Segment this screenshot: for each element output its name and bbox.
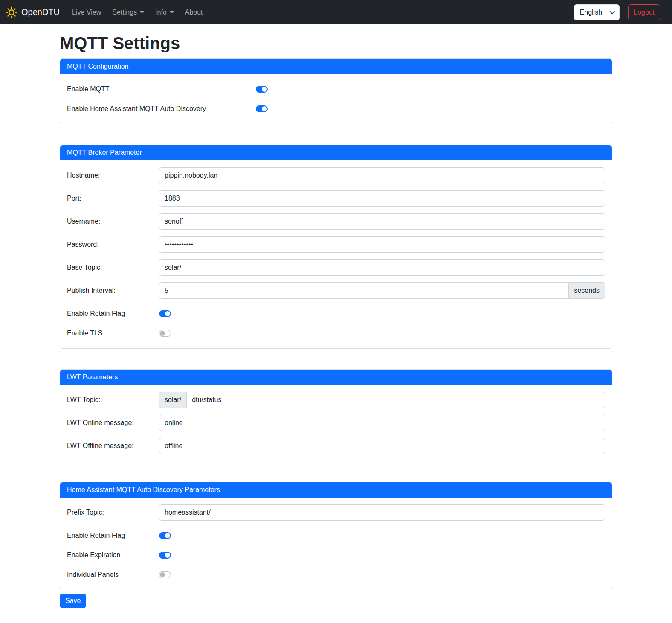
- brand-label: OpenDTU: [21, 7, 60, 17]
- row-port: Port:: [67, 190, 605, 207]
- card-mqtt-broker-header: MQTT Broker Parameter: [60, 145, 612, 160]
- save-button[interactable]: Save: [60, 594, 86, 608]
- nav-item-info-label: Info: [155, 9, 167, 16]
- nav-links: Live View Settings Info About: [67, 5, 209, 20]
- lwt-online-label: LWT Online message:: [67, 419, 159, 427]
- page-title: MQTT Settings: [60, 33, 612, 53]
- lwt-online-input[interactable]: [159, 415, 605, 431]
- toggle-ha-enable-expiration[interactable]: [159, 552, 171, 559]
- nav-item-live-view[interactable]: Live View: [67, 5, 107, 20]
- prefix-topic-input[interactable]: [159, 504, 605, 521]
- publish-interval-label: Publish Interval:: [67, 287, 159, 294]
- row-ha-enable-expiration: Enable Expiration: [67, 547, 605, 563]
- lwt-topic-prefix: solar/: [159, 392, 186, 408]
- card-ha-discovery: Home Assistant MQTT Auto Discovery Param…: [60, 482, 612, 590]
- prefix-topic-label: Prefix Topic:: [67, 509, 159, 516]
- navbar: OpenDTU Live View Settings Info About En…: [0, 0, 672, 24]
- password-input[interactable]: [159, 236, 605, 253]
- nav-item-live-view-label: Live View: [72, 9, 101, 16]
- row-prefix-topic: Prefix Topic:: [67, 504, 605, 521]
- row-lwt-topic: LWT Topic: solar/: [67, 392, 605, 408]
- row-lwt-offline: LWT Offline message:: [67, 438, 605, 454]
- row-ha-enable-retain: Enable Retain Flag: [67, 527, 605, 544]
- row-lwt-online: LWT Online message:: [67, 415, 605, 431]
- row-base-topic: Base Topic:: [67, 259, 605, 276]
- row-username: Username:: [67, 213, 605, 230]
- row-enable-ha-discovery: Enable Home Assistant MQTT Auto Discover…: [67, 101, 605, 117]
- language-select[interactable]: English: [574, 4, 620, 20]
- username-label: Username:: [67, 218, 159, 225]
- card-lwt: LWT Parameters LWT Topic: solar/ LWT Onl…: [60, 369, 612, 461]
- username-input[interactable]: [159, 213, 605, 230]
- nav-item-settings-label: Settings: [112, 9, 137, 16]
- language-select-value: English: [580, 9, 602, 16]
- toggle-enable-retain[interactable]: [159, 310, 171, 317]
- nav-item-about[interactable]: About: [180, 5, 209, 20]
- enable-mqtt-label: Enable MQTT: [67, 85, 256, 93]
- row-individual-panels: Individual Panels: [67, 567, 605, 583]
- sun-icon: [5, 6, 18, 19]
- toggle-enable-ha-discovery[interactable]: [256, 105, 268, 112]
- card-ha-discovery-header: Home Assistant MQTT Auto Discovery Param…: [60, 482, 612, 498]
- toggle-enable-mqtt[interactable]: [256, 86, 268, 93]
- card-mqtt-broker: MQTT Broker Parameter Hostname: Port: Us…: [60, 145, 612, 349]
- lwt-offline-label: LWT Offline message:: [67, 442, 159, 450]
- caret-down-icon: [140, 11, 144, 13]
- ha-enable-retain-label: Enable Retain Flag: [67, 532, 159, 539]
- toggle-individual-panels[interactable]: [159, 571, 171, 578]
- toggle-enable-tls[interactable]: [159, 330, 171, 337]
- base-topic-label: Base Topic:: [67, 264, 159, 271]
- row-enable-tls: Enable TLS: [67, 325, 605, 341]
- nav-item-about-label: About: [185, 9, 203, 16]
- card-lwt-header: LWT Parameters: [60, 370, 612, 385]
- publish-interval-input[interactable]: [159, 282, 569, 299]
- port-input[interactable]: [159, 190, 605, 207]
- publish-interval-unit: seconds: [569, 282, 605, 299]
- enable-retain-label: Enable Retain Flag: [67, 310, 159, 317]
- hostname-input[interactable]: [159, 167, 605, 183]
- logout-button[interactable]: Logout: [628, 4, 660, 20]
- individual-panels-label: Individual Panels: [67, 571, 159, 579]
- password-label: Password:: [67, 241, 159, 248]
- caret-down-icon: [170, 11, 174, 13]
- lwt-topic-input[interactable]: [186, 392, 605, 408]
- enable-ha-discovery-label: Enable Home Assistant MQTT Auto Discover…: [67, 105, 256, 113]
- base-topic-input[interactable]: [159, 259, 605, 276]
- lwt-offline-input[interactable]: [159, 438, 605, 454]
- row-publish-interval: Publish Interval: seconds: [67, 282, 605, 299]
- toggle-ha-enable-retain[interactable]: [159, 532, 171, 539]
- row-enable-retain: Enable Retain Flag: [67, 306, 605, 322]
- ha-enable-expiration-label: Enable Expiration: [67, 551, 159, 559]
- chevron-down-icon: [610, 9, 615, 15]
- lwt-topic-label: LWT Topic:: [67, 396, 159, 404]
- card-mqtt-configuration-header: MQTT Configuration: [60, 59, 612, 74]
- enable-tls-label: Enable TLS: [67, 329, 159, 337]
- main-container: MQTT Settings MQTT Configuration Enable …: [55, 33, 617, 619]
- hostname-label: Hostname:: [67, 172, 159, 179]
- row-hostname: Hostname:: [67, 167, 605, 183]
- brand-link[interactable]: OpenDTU: [5, 4, 60, 20]
- row-enable-mqtt: Enable MQTT: [67, 81, 605, 97]
- row-password: Password:: [67, 236, 605, 253]
- port-label: Port:: [67, 195, 159, 202]
- nav-item-info[interactable]: Info: [150, 5, 180, 20]
- nav-item-settings[interactable]: Settings: [107, 5, 150, 20]
- card-mqtt-configuration: MQTT Configuration Enable MQTT Enable Ho…: [60, 58, 612, 124]
